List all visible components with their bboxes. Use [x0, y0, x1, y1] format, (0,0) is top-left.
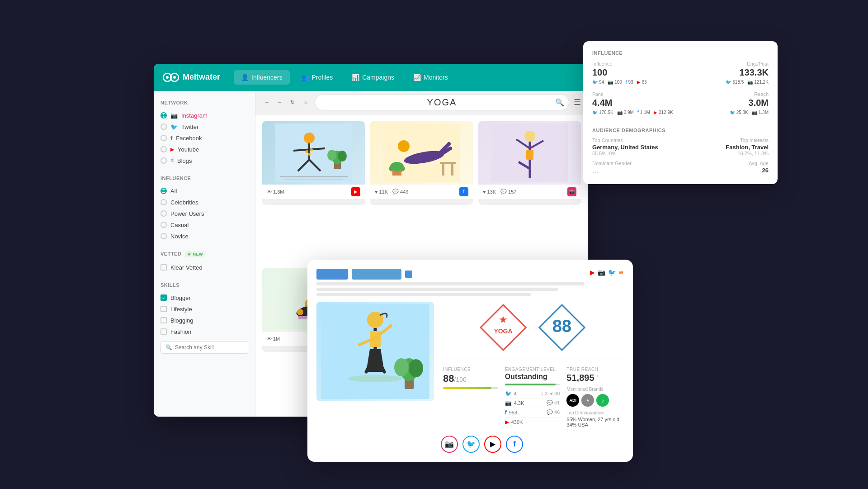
- profile-card: ▶ 📷 🐦 ≋: [307, 260, 633, 462]
- nav-profiles-label: Profiles: [312, 74, 333, 81]
- skill-badges-row: ★ YOGA 88: [441, 302, 624, 354]
- demo-grid: Top Countries Germany, United States 55.…: [592, 138, 769, 156]
- instagram-row-icon: 📷: [505, 400, 512, 406]
- skill-lifestyle[interactable]: Lifestyle: [160, 304, 248, 315]
- influence-casual[interactable]: Casual: [160, 219, 248, 231]
- card-3-stats: ♥ 13K 💬 157: [483, 189, 516, 195]
- search-query: YOGA: [427, 97, 457, 108]
- menu-button[interactable]: ☰: [574, 97, 581, 107]
- search-button[interactable]: 🔍: [555, 98, 564, 107]
- instagram-icon: 📷: [170, 112, 178, 119]
- klear-vetted-option[interactable]: Klear Vetted: [160, 262, 248, 273]
- eng-post-item: Eng./Post 133.3K 🐦 518.5 📷 121.2K: [684, 61, 769, 85]
- home-button[interactable]: ⌂: [300, 97, 310, 107]
- network-blogs[interactable]: ≡ Blogs: [160, 155, 248, 166]
- card-2-comments: 💬 449: [392, 189, 408, 195]
- engagement-col-value: Outstanding: [505, 373, 560, 381]
- sidebar: NETWORK 📷 Instagram 🐦 Twitter f: [154, 91, 255, 417]
- top-interests-value: Fashion, Travel: [683, 144, 769, 151]
- yoga-diamond-svg: ★ YOGA: [478, 303, 528, 352]
- grid-card-3[interactable]: ♥ 13K 💬 157 📷: [478, 121, 581, 205]
- youtube-circle-btn[interactable]: ▶: [484, 436, 501, 453]
- twitter-social-icon[interactable]: 🐦: [608, 269, 616, 276]
- svg-point-1: [166, 76, 169, 79]
- logo-text: Meltwater: [183, 72, 220, 82]
- influence-power-users[interactable]: Power Users: [160, 208, 248, 219]
- power-users-radio: [160, 210, 167, 217]
- facebook-circle-btn[interactable]: f: [506, 436, 523, 453]
- spotify-logo: ♪: [596, 394, 609, 407]
- yt-fans: ▶ 212.9K: [654, 110, 673, 115]
- network-youtube[interactable]: ▶ Youtube: [160, 144, 248, 155]
- skill-search-input[interactable]: [175, 344, 243, 351]
- influence-filter-section: INFLUENCE All Celebrities Power Users: [160, 176, 248, 242]
- mentioned-brands-section: Mentioned Brands ADI ★ ♪: [566, 387, 622, 407]
- twitter-row: 🐦 4 ⤵ 3 ♥ 30: [505, 389, 560, 399]
- card-2-footer: ♥ 11K 💬 449 f: [370, 185, 473, 199]
- youtube-social-icon[interactable]: ▶: [590, 269, 595, 276]
- network-twitter[interactable]: 🐦 Twitter: [160, 121, 248, 133]
- top-interests-label: Top Interests: [683, 138, 769, 143]
- ig-eng: 📷 121.2K: [747, 80, 769, 85]
- novice-label: Novice: [170, 233, 189, 240]
- instagram-social-icon[interactable]: 📷: [598, 269, 605, 276]
- grid-card-2[interactable]: ♥ 11K 💬 449 f: [370, 121, 473, 205]
- youtube-row: ▶ 430K: [505, 418, 560, 427]
- three-metrics-row: INFLUENCE 88/100 ENGAGEMENT LEVEL Outsta…: [441, 360, 624, 430]
- dominant-gender-dots: ...: [592, 167, 678, 175]
- lifestyle-label: Lifestyle: [170, 306, 192, 313]
- youtube-radio: [160, 146, 167, 152]
- address-bar[interactable]: YOGA 🔍: [315, 95, 569, 110]
- svg-point-12: [308, 153, 311, 156]
- network-facebook[interactable]: f Facebook: [160, 133, 248, 144]
- top-demographics-value: 65% Women, 27 yrs old, 34% USA: [566, 417, 622, 427]
- nav-influencers[interactable]: 👤 Influencers: [234, 70, 289, 85]
- twitter-radio: [160, 123, 167, 130]
- yt-influence: ▶ 65: [637, 80, 647, 85]
- dominant-gender-item: Dominant Gender ...: [592, 161, 678, 175]
- instagram-circle-btn[interactable]: 📷: [441, 436, 458, 453]
- influence-novice[interactable]: Novice: [160, 231, 248, 242]
- refresh-button[interactable]: ↻: [288, 97, 297, 107]
- back-button[interactable]: ←: [262, 97, 272, 107]
- klear-vetted-label: Klear Vetted: [170, 264, 203, 271]
- nav-monitors[interactable]: 📈 Monitors: [406, 70, 455, 85]
- skill-blogger[interactable]: ✓ Blogger: [160, 292, 248, 304]
- twitter-circle-btn[interactable]: 🐦: [462, 436, 480, 453]
- rss-social-icon[interactable]: ≋: [618, 269, 624, 276]
- svg-rect-24: [440, 162, 456, 164]
- profile-header: ▶ 📷 🐦 ≋: [316, 269, 624, 296]
- svg-point-43: [297, 309, 303, 315]
- influence-all[interactable]: All: [160, 185, 248, 197]
- influence-celebrities[interactable]: Celebrities: [160, 197, 248, 208]
- yoga-illustration-3: [491, 123, 568, 182]
- forward-button[interactable]: →: [275, 97, 285, 107]
- yoga-badge: ★ YOGA: [477, 302, 529, 354]
- skill-search-box[interactable]: 🔍: [160, 341, 248, 354]
- card-1-footer: 👁 1.3M ▶: [262, 185, 365, 199]
- nav-campaigns[interactable]: 📊 Campaigns: [344, 70, 401, 85]
- novice-radio: [160, 233, 167, 239]
- network-instagram[interactable]: 📷 Instagram: [160, 110, 248, 121]
- avg-age-value: 26: [683, 167, 769, 174]
- skill-blogging[interactable]: Blogging: [160, 315, 248, 326]
- profile-name-row: [316, 269, 585, 280]
- nav-profiles[interactable]: 👥 Profiles: [294, 70, 340, 85]
- all-label: All: [170, 188, 177, 195]
- svg-point-31: [524, 131, 535, 142]
- influence-col-value: 88/100: [443, 373, 498, 385]
- casual-radio: [160, 222, 167, 228]
- app-logo: Meltwater: [163, 72, 220, 82]
- nav-campaigns-label: Campaigns: [362, 74, 394, 81]
- instagram-label: Instagram: [181, 112, 208, 119]
- grid-card-1[interactable]: 👁 1.3M ▶: [262, 121, 365, 205]
- svg-point-68: [409, 359, 423, 377]
- generic-brand-logo: ★: [581, 394, 594, 407]
- skill-fashion[interactable]: Fashion: [160, 326, 248, 337]
- profile-illustration: [316, 302, 434, 401]
- eng-social-stats: 🐦 518.5 📷 121.2K: [684, 80, 769, 85]
- vetted-filter-title: VETTED ★ NEW: [160, 251, 248, 257]
- campaigns-icon: 📊: [352, 74, 359, 81]
- celebrities-label: Celebrities: [170, 199, 198, 206]
- facebook-icon: f: [170, 135, 172, 142]
